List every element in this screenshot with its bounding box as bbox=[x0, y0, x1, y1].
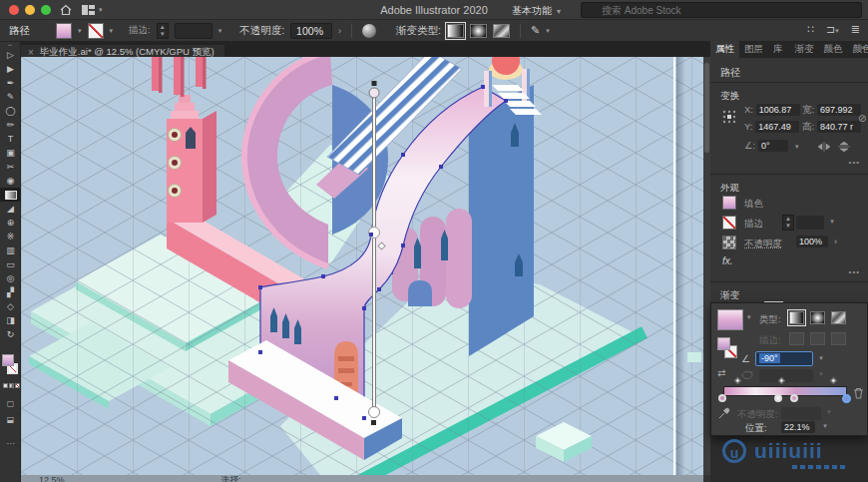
gradient-midpoint[interactable] bbox=[733, 377, 740, 384]
chevron-down-icon[interactable]: ▾ bbox=[747, 313, 751, 321]
chevron-down-icon[interactable]: ▾ bbox=[791, 143, 803, 151]
chevron-down-icon[interactable]: ▾ bbox=[815, 354, 827, 362]
vertical-scrollbar[interactable] bbox=[703, 57, 710, 475]
recolor-artwork-icon[interactable] bbox=[362, 24, 376, 38]
width-tool[interactable]: ◇ bbox=[0, 299, 21, 313]
gradient-mode-icon[interactable] bbox=[9, 383, 14, 388]
canvas[interactable] bbox=[21, 57, 703, 475]
gradient-stop[interactable] bbox=[790, 394, 798, 402]
reverse-gradient-icon[interactable]: ⇄ bbox=[717, 367, 725, 378]
chevron-down-icon[interactable]: ▾ bbox=[826, 218, 838, 226]
minimize-window-button[interactable] bbox=[25, 5, 35, 15]
appearance-stroke-swatch[interactable] bbox=[722, 216, 736, 230]
document-list-icon[interactable]: ≣ bbox=[851, 23, 860, 36]
location-field[interactable]: 22.1% bbox=[781, 421, 815, 433]
selection-tool[interactable]: ▷ bbox=[0, 48, 21, 62]
color-mode-icon[interactable] bbox=[3, 383, 8, 388]
paintbrush-tool[interactable]: ✏ bbox=[0, 118, 21, 132]
height-field[interactable]: 840.77 r bbox=[817, 121, 861, 133]
flip-vertical-icon[interactable] bbox=[838, 142, 850, 152]
rotate-view-tool[interactable]: ↻ bbox=[0, 327, 21, 341]
chevron-right-icon[interactable]: › bbox=[338, 26, 341, 36]
scissors-tool[interactable]: ✂ bbox=[0, 160, 21, 174]
chevron-down-icon[interactable]: ▾ bbox=[546, 27, 550, 35]
screen-mode-icon[interactable]: ⬓ bbox=[0, 413, 21, 426]
fill-stroke-indicator[interactable] bbox=[0, 353, 21, 379]
width-field[interactable]: 697.992 bbox=[817, 104, 861, 116]
slice-tool[interactable]: ▞ bbox=[0, 285, 21, 299]
direct-selection-tool[interactable]: ▶ bbox=[0, 62, 21, 76]
tab-libraries[interactable]: 库 bbox=[768, 41, 788, 58]
stock-search-input[interactable] bbox=[581, 2, 862, 18]
close-window-button[interactable] bbox=[9, 5, 19, 15]
zoom-tool[interactable]: ◎ bbox=[0, 271, 21, 285]
maximize-window-button[interactable] bbox=[41, 5, 51, 15]
collapse-panel-icon[interactable]: » bbox=[861, 43, 865, 52]
shape-builder-tool[interactable]: ◨ bbox=[0, 313, 21, 327]
free-transform-tool[interactable]: ▣ bbox=[0, 146, 21, 160]
x-field[interactable]: 1006.87 bbox=[756, 104, 800, 116]
radial-gradient-button[interactable] bbox=[810, 311, 825, 324]
tab-color[interactable]: 颜色 bbox=[819, 41, 848, 58]
freeform-gradient-button[interactable] bbox=[831, 311, 846, 324]
rotate-field[interactable]: 0° bbox=[758, 140, 788, 152]
document-layout-icon[interactable] bbox=[82, 5, 96, 15]
chevron-right-icon[interactable]: › bbox=[834, 237, 837, 246]
chevron-down-icon[interactable]: ▾ bbox=[218, 27, 222, 35]
stroke-color-swatch[interactable] bbox=[88, 23, 104, 39]
mini-fill-indicator[interactable] bbox=[717, 337, 730, 350]
y-field[interactable]: 1467.49 bbox=[755, 121, 799, 133]
tab-gradient[interactable]: 渐变 bbox=[790, 41, 819, 58]
constrain-proportions-icon[interactable]: ⊘ bbox=[858, 113, 866, 124]
stroke-weight-value[interactable] bbox=[175, 23, 213, 39]
fx-button[interactable]: fx. bbox=[722, 255, 733, 266]
linear-gradient-button[interactable] bbox=[789, 311, 804, 324]
canvas-artwork[interactable] bbox=[21, 57, 703, 475]
workspace-switcher[interactable]: 基本功能▾ bbox=[504, 2, 569, 18]
draw-mode-icon[interactable]: ▢ bbox=[0, 397, 21, 410]
gradient-stop[interactable] bbox=[774, 394, 782, 402]
radial-gradient-button[interactable] bbox=[470, 24, 487, 38]
stroke-value-field[interactable] bbox=[796, 216, 824, 230]
opacity-checker-icon[interactable] bbox=[722, 236, 736, 249]
chevron-down-icon[interactable]: ▾ bbox=[110, 27, 114, 35]
gradient-angle-field[interactable]: -90° bbox=[755, 351, 813, 366]
blue-tower[interactable] bbox=[469, 85, 534, 356]
stroke-weight-stepper[interactable]: ▲▼ bbox=[157, 23, 169, 39]
arrange-documents-icon[interactable]: ∷ bbox=[807, 23, 814, 36]
blend-tool[interactable]: ⊕ bbox=[0, 216, 21, 230]
fill-indicator[interactable] bbox=[2, 354, 14, 366]
fill-color-swatch[interactable] bbox=[56, 23, 72, 39]
transform-more-options[interactable]: ••• bbox=[849, 158, 860, 167]
scrollbar-thumb[interactable] bbox=[704, 63, 709, 153]
flip-horizontal-icon[interactable] bbox=[818, 142, 830, 152]
chevron-down-icon[interactable]: ▾ bbox=[78, 27, 82, 35]
pen-tool[interactable]: ✒ bbox=[0, 76, 21, 90]
curvature-tool[interactable]: ✎ bbox=[0, 90, 21, 104]
chevron-down-icon[interactable]: ▾ bbox=[99, 6, 103, 14]
eyedropper-tool[interactable]: ◢ bbox=[0, 202, 21, 216]
edit-toolbar-icon[interactable]: ⋯ bbox=[0, 437, 21, 450]
appearance-more-options[interactable]: ••• bbox=[849, 267, 860, 276]
gradient-preview-swatch[interactable] bbox=[717, 309, 743, 330]
symbol-sprayer-tool[interactable]: ※ bbox=[0, 230, 21, 243]
appearance-opacity-label[interactable]: 不透明度 bbox=[744, 238, 782, 250]
eyedropper-icon[interactable] bbox=[718, 407, 730, 419]
graph-tool[interactable]: ▥ bbox=[0, 243, 21, 257]
gradient-stop[interactable] bbox=[718, 394, 726, 402]
gradient-slider[interactable] bbox=[723, 386, 847, 396]
zoom-level[interactable]: 12.5% bbox=[39, 476, 65, 482]
gradient-midpoint[interactable] bbox=[830, 377, 837, 384]
gradient-tool[interactable] bbox=[0, 188, 21, 202]
opacity-value[interactable]: 100% bbox=[290, 23, 332, 39]
gradient-stop[interactable] bbox=[842, 394, 851, 403]
freeform-gradient-button[interactable] bbox=[493, 24, 510, 38]
artboard-tool[interactable]: ▭ bbox=[0, 257, 21, 271]
appearance-fill-swatch[interactable] bbox=[722, 196, 736, 210]
type-tool[interactable]: T bbox=[0, 132, 21, 146]
shaper-tool-icon[interactable]: ✎ bbox=[531, 24, 540, 37]
appearance-opacity-value[interactable]: 100% bbox=[796, 236, 828, 247]
tab-properties[interactable]: 属性 bbox=[710, 41, 739, 58]
reference-point-icon[interactable] bbox=[722, 110, 736, 124]
tab-layers[interactable]: 图层 bbox=[739, 41, 768, 58]
